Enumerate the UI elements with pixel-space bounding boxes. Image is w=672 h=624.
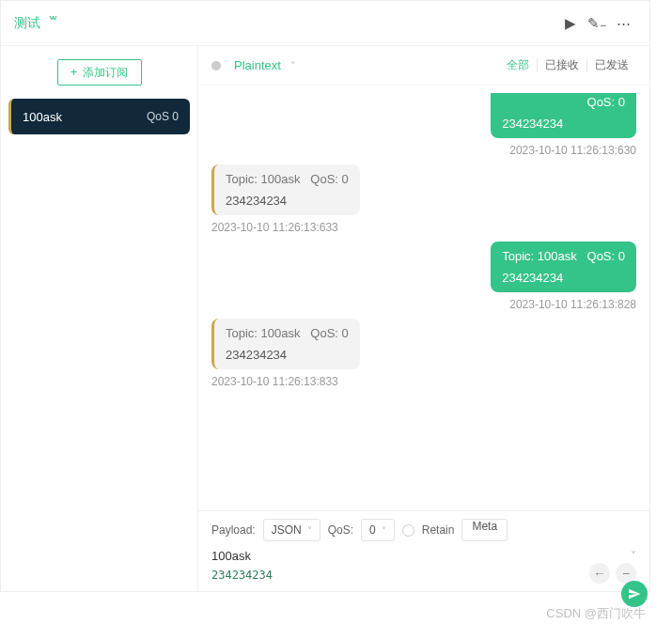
message-row: Topic: 100ask QoS: 02342342342023-10-10 … [211,242,636,311]
edit-icon[interactable]: ✎₋ [584,15,610,32]
message-timestamp: 2023-10-10 11:26:13:630 [509,144,636,157]
watermark: CSDN @西门吹牛 [546,605,646,622]
tab-sent[interactable]: 已发送 [587,57,636,73]
connection-title: 测试 [14,15,40,32]
meta-button[interactable]: Meta [461,519,508,541]
content-header: Plaintext ˅ 全部 已接收 已发送 [198,46,649,86]
message-row: Topic: 100ask QoS: 02342342342023-10-10 … [211,164,636,234]
add-subscription-label: 添加订阅 [83,65,128,81]
message-bubble: Topic: 100ask QoS: 0234234234 [211,164,360,215]
message-timestamp: 2023-10-10 11:26:13:828 [509,298,636,311]
more-icon[interactable]: ⋯ [610,15,636,32]
play-icon[interactable]: ▶ [557,15,584,32]
chevron-down-icon: ˅ [290,60,296,71]
qos-label: QoS: [328,523,353,537]
format-selector[interactable]: Plaintext ˅ [234,58,296,72]
retain-label: Retain [422,523,455,537]
plus-icon: + [70,66,77,79]
qos-select[interactable]: 0 ˅ [361,519,395,541]
send-icon [628,587,641,601]
chevron-down-icon: ˅ [307,525,312,536]
message-row: Topic: 100ask QoS: 02342342342023-10-10 … [211,93,636,157]
topic-name: 100ask [23,110,62,124]
chevron-down-icon[interactable]: ˅ [631,550,636,563]
tab-received[interactable]: 已接收 [538,57,586,73]
add-subscription-button[interactable]: + 添加订阅 [57,59,142,86]
topic-input[interactable]: 100ask [211,549,251,563]
message-timestamp: 2023-10-10 11:26:13:633 [211,221,338,234]
payload-input[interactable]: 234234234 [211,569,636,582]
retain-radio[interactable] [402,524,414,537]
status-dot-icon [211,61,221,70]
message-bubble: Topic: 100ask QoS: 0234234234 [491,242,636,292]
message-bubble: Topic: 100ask QoS: 0234234234 [491,93,636,138]
send-button[interactable] [621,581,648,607]
message-bubble: Topic: 100ask QoS: 0234234234 [211,319,360,369]
payload-format-select[interactable]: JSON ˅ [263,519,320,541]
tab-all[interactable]: 全部 [499,57,537,73]
topic-item[interactable]: 100ask QoS 0 [8,99,190,134]
sidebar: + 添加订阅 100ask QoS 0 [1,46,198,591]
prev-button[interactable]: ← [589,563,610,584]
topic-qos: QoS 0 [147,110,179,123]
payload-label: Payload: [211,523,256,537]
message-row: Topic: 100ask QoS: 02342342342023-10-10 … [211,319,636,388]
composer: Payload: JSON ˅ QoS: 0 ˅ Retain Meta 10 [198,510,649,591]
message-list[interactable]: Topic: 100ask QoS: 02342342342023-10-10 … [198,86,649,510]
titlebar: 测试 ˅˅ ▶ ✎₋ ⋯ [1,1,649,46]
expand-icon[interactable]: ˅˅ [48,14,54,32]
chevron-down-icon: ˅ [382,525,386,536]
message-timestamp: 2023-10-10 11:26:13:833 [211,375,338,388]
